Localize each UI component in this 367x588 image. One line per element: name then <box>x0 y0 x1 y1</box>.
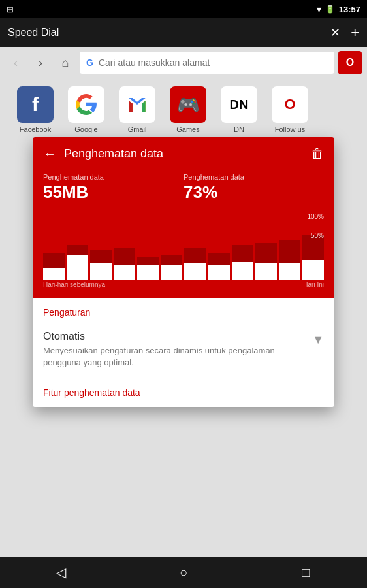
stat-item-pct: Penghematan data 73% <box>184 173 324 203</box>
bar-top <box>114 248 135 265</box>
add-tab-button[interactable]: + <box>351 24 359 41</box>
address-input[interactable] <box>99 57 328 68</box>
bar-top <box>161 255 182 265</box>
browser-toolbar: ‹ › ⌂ G O <box>0 47 367 78</box>
bar-bottom <box>67 255 88 280</box>
bar-top <box>255 243 277 263</box>
nav-back-button[interactable]: ◁ <box>48 559 74 585</box>
status-bar-left: ⊞ <box>7 5 14 14</box>
bar-group-2 <box>90 227 112 280</box>
bar-bottom <box>208 265 230 280</box>
bottom-nav: ◁ ○ □ <box>0 557 367 588</box>
screen-icon: ⊞ <box>7 5 14 14</box>
modal-back-button[interactable]: ← <box>43 146 56 161</box>
dial-label-gmail: Gmail <box>128 125 147 133</box>
dial-item-facebook[interactable]: f Facebook <box>13 86 57 133</box>
dial-item-google[interactable]: Google <box>64 86 108 133</box>
followus-icon: O <box>272 86 308 123</box>
forward-button[interactable]: › <box>30 52 51 73</box>
dial-item-gmail[interactable]: Gmail <box>115 86 159 133</box>
bar-top <box>43 253 65 268</box>
modal-title: Penghematan data <box>64 147 163 161</box>
chart-area: 100% 50% <box>33 208 334 280</box>
bar-bottom <box>114 265 135 280</box>
status-bar: ⊞ ▾ 🔋 13:57 <box>0 0 367 18</box>
dial-label-google: Google <box>74 125 97 133</box>
modal-body: Pengaturan Otomatis Menyesuaikan pengatu… <box>33 298 334 407</box>
modal-header: ← Penghematan data 🗑 Penghematan data 55… <box>33 137 334 298</box>
address-bar[interactable]: G <box>80 52 334 74</box>
bar-top <box>90 250 112 263</box>
chart-bottom-right-label: Hari Ini <box>303 281 324 288</box>
speed-dial: f Facebook Google Gmail 🎮 <box>0 78 367 141</box>
chart-50-label: 50% <box>307 232 324 239</box>
status-bar-right: ▾ 🔋 13:57 <box>317 5 360 14</box>
modal-title-bar: ← Penghematan data 🗑 <box>33 137 334 171</box>
bar-bottom <box>161 265 182 280</box>
games-icon: 🎮 <box>170 86 206 123</box>
bar-top <box>67 245 88 255</box>
bar-group-0 <box>43 227 65 280</box>
home-button[interactable]: ⌂ <box>55 52 76 73</box>
app-title: Speed Dial <box>8 27 59 39</box>
bar-top <box>279 240 300 263</box>
bar-top <box>208 253 230 265</box>
pengaturan-label: Pengaturan <box>33 298 334 324</box>
chart-100-label: 100% <box>307 213 324 220</box>
stat1-value: 55MB <box>43 182 184 203</box>
opera-menu-button[interactable]: O <box>338 51 362 74</box>
bar-group-5 <box>161 227 182 280</box>
battery-icon: 🔋 <box>325 5 335 14</box>
google-icon <box>68 86 104 123</box>
stats-row: Penghematan data 55MB Penghematan data 7… <box>33 171 334 208</box>
bar-bottom <box>137 265 159 280</box>
stat2-value: 73% <box>184 182 324 203</box>
google-logo-icon: G <box>86 57 93 68</box>
bar-group-8 <box>232 227 253 280</box>
dial-item-followus[interactable]: O Follow us <box>268 86 312 133</box>
bar-bottom <box>255 263 277 280</box>
bar-group-3 <box>114 227 135 280</box>
modal-container: ← Penghematan data 🗑 Penghematan data 55… <box>33 137 334 407</box>
bar-top <box>232 245 253 262</box>
bar-bottom <box>184 263 206 280</box>
setting-title: Otomatis <box>43 331 312 342</box>
bar-group-4 <box>137 227 159 280</box>
close-button[interactable]: ✕ <box>330 25 340 40</box>
chart-bottom-left-label: Hari-hari sebelumnya <box>43 281 105 288</box>
dial-label-followus: Follow us <box>275 125 305 133</box>
dial-label-dn: DN <box>234 125 244 133</box>
bar-bottom <box>279 263 300 280</box>
stat-item-mb: Penghematan data 55MB <box>43 173 184 203</box>
setting-desc: Menyesuaikan pengaturan secara dinamis u… <box>43 345 312 368</box>
bar-bottom <box>232 262 253 280</box>
time-display: 13:57 <box>339 5 360 14</box>
bar-top <box>184 248 206 263</box>
bar-group-10 <box>279 227 300 280</box>
bar-group-9 <box>255 227 277 280</box>
dial-label-games: Games <box>176 125 199 133</box>
chart-labels-right: 100% 50% <box>307 213 324 239</box>
bar-group-6 <box>184 227 206 280</box>
stat1-label: Penghematan data <box>43 173 184 181</box>
gmail-icon <box>119 86 155 123</box>
bar-group-7 <box>208 227 230 280</box>
bar-top <box>137 257 159 265</box>
title-bar: Speed Dial ✕ + <box>0 18 367 47</box>
setting-item-auto[interactable]: Otomatis Menyesuaikan pengaturan secara … <box>33 324 334 378</box>
stat2-label: Penghematan data <box>184 173 324 181</box>
modal-delete-button[interactable]: 🗑 <box>311 146 324 161</box>
bar-bottom <box>302 260 324 280</box>
chevron-down-icon: ▼ <box>312 333 324 347</box>
title-bar-actions: ✕ + <box>330 24 359 41</box>
fitur-link[interactable]: Fitur penghematan data <box>33 378 334 407</box>
nav-home-button[interactable]: ○ <box>170 559 197 585</box>
dial-item-dn[interactable]: DN DN <box>217 86 261 133</box>
back-button[interactable]: ‹ <box>5 52 26 73</box>
dial-label-facebook: Facebook <box>20 125 51 133</box>
bar-bottom <box>43 268 65 280</box>
nav-recent-button[interactable]: □ <box>293 559 319 585</box>
bar-group-1 <box>67 227 88 280</box>
wifi-icon: ▾ <box>317 5 321 14</box>
dial-item-games[interactable]: 🎮 Games <box>166 86 210 133</box>
